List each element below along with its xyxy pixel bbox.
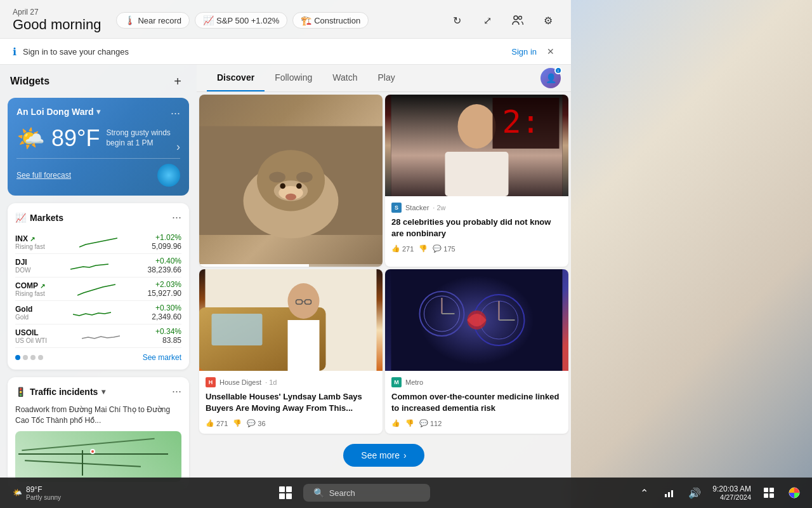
market-sub-inx: Rising fast	[15, 243, 45, 250]
svg-rect-42	[764, 493, 768, 498]
weather-forecast-button[interactable]: See full forecast	[16, 171, 71, 180]
see-market-button[interactable]: See market	[143, 353, 181, 362]
pill-sp500[interactable]: 📈 S&P 500 +1.02%	[195, 12, 287, 29]
market-row-gold[interactable]: Gold Gold +0.30% 2,349.60	[15, 301, 181, 324]
user-avatar[interactable]: 👤 i	[540, 68, 561, 88]
article-dislike-button-celebrity[interactable]: 👎	[419, 244, 428, 253]
article-image-house	[199, 269, 383, 371]
taskbar-left: 🌤️ 89°F Partly sunny	[8, 483, 66, 504]
svg-rect-39	[671, 490, 673, 497]
market-dot-2[interactable]	[23, 355, 28, 360]
pill-sp500-label: S&P 500 +1.02%	[216, 16, 279, 25]
market-chart-comp	[77, 281, 115, 297]
market-row-comp[interactable]: COMP ↗ Rising fast +2.03% 15,927.90	[15, 277, 181, 301]
market-change-dji: +0.40%	[148, 257, 181, 265]
market-row-usoil[interactable]: USOIL US Oil WTI +0.34% 83.85	[15, 324, 181, 348]
taskbar: 🌤️ 89°F Partly sunny 🔍 Search ⌃	[0, 478, 812, 508]
tab-play[interactable]: Play	[367, 65, 405, 91]
article-card-dog[interactable]: RD Reader's Digest · 10h How Do I Know I…	[199, 95, 383, 267]
signin-link[interactable]: Sign in	[511, 47, 537, 57]
articles-grid: RD Reader's Digest · 10h How Do I Know I…	[197, 92, 571, 436]
traffic-title-text: Traffic incidents	[30, 387, 98, 397]
taskbar-clock[interactable]: 9:20:03 AM 4/27/2024	[710, 485, 754, 501]
weather-body: 🌤️ 89°F Strong gusty winds begin at 1 PM…	[16, 125, 180, 152]
tab-discover[interactable]: Discover	[207, 65, 265, 91]
taskbar-search[interactable]: 🔍 Search	[303, 484, 430, 502]
markets-icon: 📈	[15, 213, 26, 223]
expand-button[interactable]: ⤢	[477, 10, 497, 30]
markets-title: 📈 Markets	[15, 213, 63, 223]
article-card-celebrity[interactable]: 2: S Stacker · 2w 28 celebrities you pro…	[385, 95, 568, 267]
weather-next-arrow[interactable]: ›	[176, 140, 180, 154]
taskbar-volume-icon[interactable]: 🔊	[684, 483, 705, 503]
like-icon-celebrity: 👍	[391, 244, 400, 253]
svg-point-5	[269, 171, 285, 182]
article-card-medicine[interactable]: M Metro Common over-the-counter medicine…	[385, 269, 568, 434]
article-comment-button-celebrity[interactable]: 💬 175	[433, 244, 455, 253]
pill-near-record[interactable]: 🌡️ Near record	[116, 12, 190, 29]
traffic-dropdown-button[interactable]: ▾	[102, 387, 105, 396]
article-dislike-button-medicine[interactable]: 👎	[405, 419, 414, 427]
dislike-icon-celebrity: 👎	[419, 244, 428, 253]
svg-text:2:: 2:	[502, 104, 540, 140]
pill-construction[interactable]: 🏗️ Construction	[292, 12, 369, 29]
weather-menu-button[interactable]: ···	[171, 107, 180, 120]
market-sub-gold: Gold	[15, 314, 32, 321]
market-row-dji[interactable]: DJI DOW +0.40% 38,239.66	[15, 254, 181, 277]
weather-header: An Loi Dong Ward ▾ ···	[16, 107, 180, 120]
article-like-button-house[interactable]: 👍 271	[206, 419, 228, 427]
settings-button[interactable]: ⚙	[538, 10, 558, 30]
market-row-inx[interactable]: INX ↗ Rising fast +1.02% 5,099.96	[15, 231, 181, 254]
weather-location[interactable]: An Loi Dong Ward ▾	[16, 107, 100, 117]
article-comment-button-house[interactable]: 💬 36	[247, 419, 265, 427]
market-ticker-gold: Gold	[15, 305, 32, 314]
market-value-dji: 38,239.66	[148, 265, 181, 274]
taskbar-color-icon[interactable]	[784, 483, 804, 503]
dislike-icon-medicine: 👎	[405, 419, 414, 427]
tab-watch[interactable]: Watch	[322, 65, 367, 91]
dislike-icon-house: 👎	[233, 419, 242, 427]
market-ticker-comp: COMP ↗	[15, 281, 45, 290]
weather-chevron-icon: ▾	[96, 107, 100, 116]
see-more-label: See more	[361, 450, 400, 460]
taskbar-weather[interactable]: 🌤️ 89°F Partly sunny	[8, 483, 66, 504]
article-title-house: Unsellable Houses' Lyndsay Lamb Says Buy…	[206, 391, 376, 414]
widgets-header: Widgets +	[8, 72, 189, 90]
market-change-usoil: +0.34%	[155, 327, 181, 336]
pill-near-record-icon: 🌡️	[124, 15, 135, 25]
header-date: April 27	[13, 8, 101, 17]
system-tray-chevron[interactable]: ⌃	[634, 483, 654, 503]
comment-icon-celebrity: 💬	[433, 244, 442, 253]
market-dot-1[interactable]	[15, 355, 20, 360]
see-more-button[interactable]: See more ›	[343, 444, 424, 467]
tab-following[interactable]: Following	[265, 65, 322, 91]
market-dot-4[interactable]	[38, 355, 43, 360]
article-card-house[interactable]: H House Digest · 1d Unsellable Houses' L…	[199, 269, 383, 434]
market-chart-usoil	[82, 328, 120, 344]
house-svg	[199, 269, 383, 371]
people-icon	[512, 15, 523, 26]
traffic-map[interactable]	[15, 431, 181, 482]
article-comment-button-medicine[interactable]: 💬 112	[419, 419, 442, 427]
svg-rect-37	[665, 494, 667, 497]
signin-banner: ℹ Sign in to save your changes Sign in ✕	[0, 38, 571, 65]
market-dot-3[interactable]	[30, 355, 36, 360]
refresh-button[interactable]: ↻	[447, 10, 467, 30]
taskbar-search-text: Search	[329, 488, 355, 498]
taskbar-network-icon[interactable]	[659, 483, 679, 503]
market-chart-inx	[79, 234, 117, 250]
article-body-house: H House Digest · 1d Unsellable Houses' L…	[199, 371, 383, 434]
add-widget-button[interactable]: +	[169, 72, 187, 90]
windows-start-button[interactable]	[270, 478, 301, 508]
markets-menu-button[interactable]: ···	[172, 211, 181, 224]
weather-radar-preview[interactable]	[157, 164, 180, 187]
taskbar-notification-icon[interactable]	[759, 483, 779, 503]
article-meta-celebrity: S Stacker · 2w	[391, 203, 562, 213]
article-dislike-button-house[interactable]: 👎	[233, 419, 242, 427]
traffic-menu-button[interactable]: ···	[172, 385, 181, 398]
market-change-gold: +0.30%	[152, 304, 181, 312]
people-button[interactable]	[508, 10, 528, 30]
article-like-button-medicine[interactable]: 👍	[391, 419, 400, 427]
article-like-button-celebrity[interactable]: 👍 271	[391, 244, 414, 253]
signin-close-button[interactable]: ✕	[543, 45, 558, 58]
